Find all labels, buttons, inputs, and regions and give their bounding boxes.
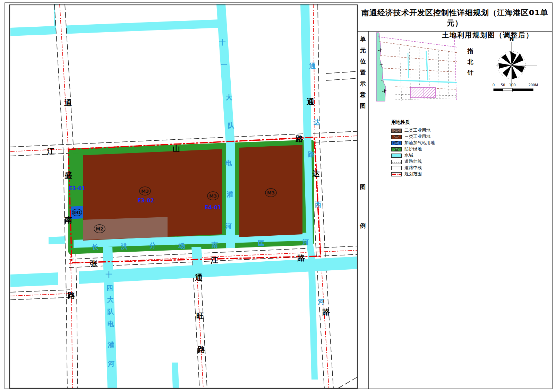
- legend-panel: 用地性质 M2二类工业用地M3三类工业用地B41加油加气站用地G2防护绿地水域道…: [391, 119, 481, 177]
- legend-line-symbol: [391, 160, 402, 164]
- scale-bar: [494, 88, 533, 92]
- river-name-char: 电: [108, 320, 114, 328]
- location-inset-map: [376, 33, 457, 101]
- road-name-char: 路: [295, 134, 303, 143]
- road-name-char: 路: [297, 254, 305, 262]
- legend-rows: M2二类工业用地M3三类工业用地B41加油加气站用地G2防护绿地水域道路红线道路…: [391, 128, 481, 177]
- legend-item-label: 加油加气站用地: [404, 140, 435, 146]
- legend-item-label: 水域: [404, 153, 413, 158]
- road-name-char: 达: [312, 169, 320, 178]
- legend-label-char: 例: [358, 222, 367, 230]
- north-compass: N: [496, 36, 537, 87]
- plan-title: 南通经济技术开发区控制性详细规划（江海港区01单元）: [358, 8, 552, 28]
- location-label-char: 置: [358, 69, 367, 77]
- plan-subtitle: 土地利用规划图（调整后）: [358, 31, 552, 40]
- legend-item: M3三类工业用地: [391, 134, 481, 140]
- legend-swatch-code: M3: [394, 135, 399, 138]
- road-name-char: 江: [210, 256, 218, 264]
- river-name-char: 一: [221, 61, 228, 69]
- legend-item: 道路红线: [391, 159, 481, 165]
- road-name-char: 路: [197, 345, 205, 354]
- river-name-char: 长: [92, 243, 99, 251]
- river-name-char: 路: [308, 150, 315, 158]
- legend-item-label: 规划范围: [404, 171, 422, 177]
- legend-swatch-code: G2: [394, 148, 399, 151]
- legend-item: M2二类工业用地: [391, 128, 481, 133]
- river-name-char: 达: [313, 118, 321, 126]
- road-name-char: 旺: [196, 312, 204, 320]
- river-name-char: 南: [211, 241, 218, 249]
- scale-tick: 50: [501, 83, 505, 87]
- river-name-char: 队: [228, 122, 235, 129]
- river-name-char: 十: [105, 271, 112, 278]
- parcel-code-label: M2: [96, 226, 103, 232]
- scale-tick: 0: [493, 83, 495, 87]
- legend-item: 规划范围: [391, 171, 481, 177]
- plan-sheet: 十一大队电灌河通达路西河长洪分场南匡河十四大队电灌河 通盛南路江山路张江路通达路…: [0, 0, 555, 392]
- river-name-char: 大: [107, 296, 114, 303]
- main-map: 十一大队电灌河通达路西河长洪分场南匡河十四大队电灌河 通盛南路江山路张江路通达路…: [10, 4, 357, 388]
- river-name-char: 场: [178, 242, 185, 250]
- inset-unit-highlight: [410, 87, 435, 98]
- river-name-char: 匡: [258, 239, 265, 247]
- legend-swatch-code: M2: [394, 129, 399, 132]
- location-label-char: 元: [358, 46, 367, 54]
- road-name-char: 山: [172, 144, 180, 153]
- road-name-char: 路: [322, 308, 330, 316]
- river-name-char: 队: [108, 308, 114, 315]
- river-name-char: 河: [225, 222, 232, 230]
- legend-swatch: B41: [391, 141, 402, 145]
- legend-swatch: M2: [391, 129, 402, 133]
- river-name-char: 分: [149, 242, 156, 249]
- legend-item-label: 道路红线: [404, 159, 422, 165]
- legend-swatch: [391, 154, 402, 158]
- legend-swatch: G2: [391, 147, 402, 151]
- location-label-char: 意: [358, 91, 367, 99]
- river-name-char: 洪: [121, 242, 128, 250]
- river-name-char: 西: [315, 201, 322, 208]
- legend-item-label: 二类工业用地: [404, 128, 430, 133]
- north-label-char: 针: [467, 69, 474, 77]
- parcel-code-label: M3: [267, 190, 275, 195]
- legend-line-symbol: [391, 172, 402, 176]
- river-name-char: 四: [106, 284, 113, 291]
- road-name-char: 南: [64, 216, 72, 224]
- location-label-char: 位: [358, 58, 367, 66]
- parcel-code-label: M3: [141, 189, 149, 194]
- river-name-char: 河: [302, 238, 309, 246]
- river-name-char: 河: [108, 360, 115, 367]
- title-block: 南通经济技术开发区控制性详细规划（江海港区01单元） 土地利用规划图（调整后）: [358, 6, 552, 31]
- location-label-char: 图: [358, 102, 367, 110]
- road-name-char: 通: [307, 97, 315, 106]
- legend-swatch: M3: [391, 135, 402, 139]
- legend-item-label: 防护绿地: [404, 146, 422, 152]
- legend-item: G2防护绿地: [391, 146, 481, 152]
- river-bottom-stub: [172, 363, 179, 388]
- river-topleft: [10, 19, 219, 36]
- legend-header: 用地性质: [391, 119, 481, 125]
- location-label-char: 示: [358, 80, 367, 88]
- zone-code-label: E3-01: [69, 185, 85, 192]
- legend-item-label: 道路中线: [404, 165, 422, 171]
- north-label-char: 北: [467, 58, 474, 66]
- zone-code-label: E4-01: [205, 204, 221, 211]
- road-name-char: 张: [90, 259, 98, 268]
- scale-tick: 100: [509, 83, 515, 87]
- road-name-char: 通: [64, 98, 72, 107]
- parcel-code-label: B41: [73, 211, 81, 215]
- river-south-west: [10, 272, 58, 287]
- river-name-char: 灌: [108, 341, 114, 348]
- north-label-char: 指: [467, 47, 474, 55]
- parcel-code-label: M3: [209, 193, 217, 199]
- road-east-branch: [326, 75, 357, 77]
- legend-item: 道路中线: [391, 165, 481, 171]
- location-label-char: 单: [358, 35, 367, 43]
- road-name-char: 路: [67, 291, 75, 300]
- road-name-char: 江: [46, 147, 54, 156]
- legend-item: B41加油加气站用地: [391, 140, 481, 146]
- road-name-char: 盛: [64, 171, 72, 180]
- legend-line-symbol: [391, 166, 402, 170]
- river-name-char: 电: [225, 159, 232, 167]
- legend-swatch-code: B41: [393, 141, 400, 145]
- river-name-char: 大: [226, 93, 233, 101]
